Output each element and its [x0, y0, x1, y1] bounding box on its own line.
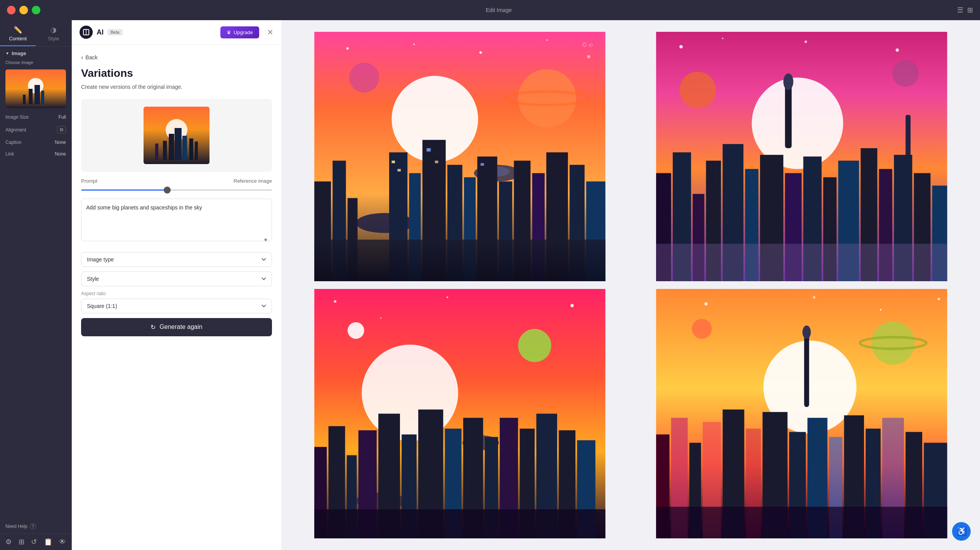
- svg-point-22: [587, 55, 590, 59]
- refresh-icon: ↻: [151, 323, 156, 331]
- svg-point-86: [348, 322, 364, 339]
- svg-point-20: [480, 51, 482, 54]
- generated-image-1[interactable]: © ℮: [293, 32, 627, 281]
- svg-point-18: [346, 47, 349, 50]
- generated-image-3[interactable]: [293, 289, 627, 538]
- alignment-label: Alignment: [5, 127, 26, 133]
- caption-row: Caption None: [0, 137, 71, 148]
- svg-point-61: [783, 73, 793, 90]
- help-icon: ?: [30, 523, 36, 529]
- svg-point-55: [895, 48, 899, 52]
- sidebar-bottom: ⚙ ⊞ ↺ 📋 👁: [0, 533, 71, 550]
- image-grid: © ℮: [281, 20, 980, 550]
- accessibility-icon: ♿: [956, 526, 967, 536]
- back-label: Back: [85, 54, 97, 61]
- svg-point-114: [692, 319, 712, 339]
- generated-image-4[interactable]: [635, 289, 969, 538]
- generate-again-button[interactable]: ↻ Generate again: [81, 318, 272, 336]
- prompt-wrapper: Add some big planets and spaceships in t…: [81, 199, 272, 247]
- svg-rect-48: [427, 148, 431, 152]
- choose-image-label: Choose Image: [0, 59, 71, 66]
- variations-description: Create new versions of the original imag…: [81, 83, 272, 91]
- slider-reference-label: Reference image: [234, 178, 272, 184]
- grid-icon[interactable]: ⊞: [967, 6, 973, 14]
- svg-text:© ℮: © ℮: [582, 41, 593, 48]
- prompt-textarea[interactable]: Add some big planets and spaceships in t…: [81, 199, 272, 241]
- svg-point-116: [802, 325, 810, 339]
- gear-icon[interactable]: ⚙: [5, 538, 12, 546]
- svg-rect-50: [481, 163, 484, 166]
- svg-rect-46: [391, 161, 395, 163]
- help-label: Need Help: [5, 524, 28, 529]
- aspect-ratio-select[interactable]: Square (1:1) Landscape (16:9) Portrait (…: [81, 299, 272, 313]
- prompt-reference-slider[interactable]: [81, 185, 272, 192]
- accessibility-button[interactable]: ♿: [952, 522, 971, 541]
- crown-icon: ♛: [227, 29, 231, 35]
- eye-icon[interactable]: 👁: [59, 538, 66, 546]
- svg-rect-12: [182, 136, 187, 160]
- link-row: Link None: [0, 148, 71, 160]
- content-tab-label: Content: [9, 36, 27, 42]
- hamburger-icon[interactable]: ☰: [957, 6, 963, 14]
- svg-rect-10: [169, 134, 174, 160]
- svg-rect-60: [785, 82, 791, 148]
- mac-minimize-button[interactable]: [19, 6, 28, 14]
- svg-point-84: [380, 317, 381, 319]
- svg-point-83: [570, 304, 574, 308]
- mac-close-button[interactable]: [7, 6, 16, 14]
- variations-title: Variations: [81, 67, 272, 80]
- slider-input[interactable]: [81, 189, 272, 191]
- svg-rect-49: [435, 161, 438, 163]
- svg-rect-4: [41, 91, 44, 104]
- layers-icon[interactable]: ⊞: [19, 538, 24, 546]
- style-dropdown-row: Style Cinematic Vibrant Minimalist: [81, 272, 272, 286]
- sidebar-tab-content[interactable]: ✏️ Content: [0, 20, 36, 46]
- aspect-ratio-label: Aspect ratio: [81, 291, 272, 296]
- svg-point-24: [518, 69, 576, 127]
- image-type-dropdown-row: Image type Realistic Illustration Abstra…: [81, 252, 272, 267]
- svg-point-109: [880, 309, 881, 310]
- svg-rect-115: [804, 332, 809, 407]
- style-icon: ◑: [50, 26, 57, 34]
- reference-image-container: [81, 99, 272, 172]
- history-icon[interactable]: ↺: [31, 538, 37, 546]
- svg-point-85: [362, 345, 458, 441]
- sidebar-tab-style[interactable]: ◑ Style: [36, 20, 71, 46]
- section-title: Image: [12, 50, 26, 56]
- svg-rect-105: [314, 509, 605, 538]
- aspect-ratio-dropdown-row: Square (1:1) Landscape (16:9) Portrait (…: [81, 299, 272, 313]
- section-arrow: ▼: [5, 51, 9, 55]
- window-title: Edit Image: [486, 7, 512, 13]
- style-select[interactable]: Style Cinematic Vibrant Minimalist: [81, 272, 272, 286]
- notes-icon[interactable]: 📋: [44, 538, 52, 546]
- svg-point-21: [546, 39, 548, 41]
- svg-point-108: [813, 296, 815, 298]
- svg-rect-11: [175, 128, 182, 160]
- close-editor-button[interactable]: ✕: [267, 28, 274, 37]
- alignment-icon[interactable]: ⊟: [57, 126, 66, 133]
- svg-point-87: [518, 329, 551, 362]
- reference-image: [144, 107, 210, 164]
- svg-point-54: [804, 41, 807, 43]
- svg-rect-132: [656, 507, 947, 538]
- alignment-row: Alignment ⊟: [0, 123, 71, 137]
- svg-rect-14: [155, 144, 158, 160]
- svg-point-53: [679, 45, 683, 48]
- link-label: Link: [5, 151, 14, 157]
- back-button[interactable]: ‹ Back: [81, 54, 97, 61]
- image-type-select[interactable]: Image type Realistic Illustration Abstra…: [81, 252, 272, 267]
- mac-titlebar: Edit Image ☰ ⊞: [0, 0, 980, 20]
- svg-point-112: [871, 322, 914, 365]
- image-preview[interactable]: [5, 69, 66, 108]
- style-tab-label: Style: [48, 36, 59, 42]
- mac-maximize-button[interactable]: [32, 6, 40, 14]
- generated-image-2[interactable]: [635, 32, 969, 281]
- caption-value: None: [55, 140, 66, 145]
- editor-body: ‹ Back Variations Create new versions of…: [72, 45, 281, 550]
- content-icon: ✏️: [14, 26, 22, 34]
- help-row[interactable]: Need Help ?: [0, 519, 71, 533]
- svg-point-19: [413, 43, 415, 45]
- upgrade-button[interactable]: ♛ Upgrade: [220, 26, 259, 38]
- sidebar-tabs: ✏️ Content ◑ Style: [0, 20, 71, 47]
- svg-point-107: [704, 302, 708, 306]
